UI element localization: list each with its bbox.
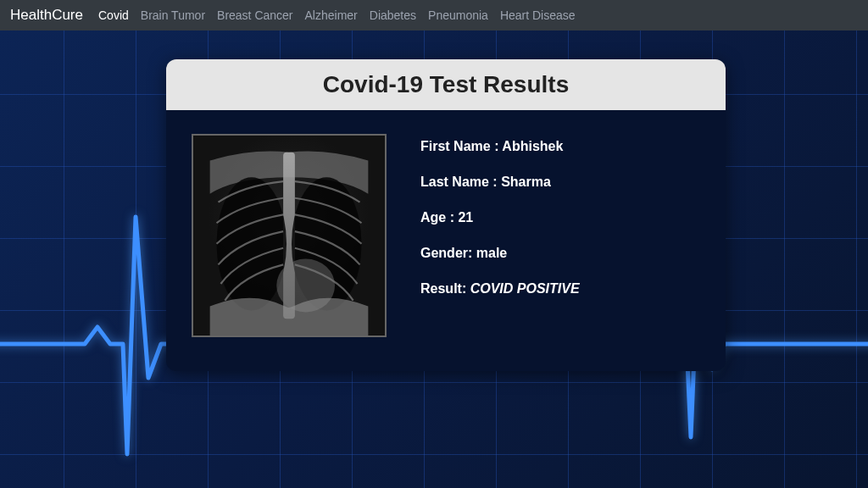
patient-info: First Name : Abhishek Last Name : Sharma…	[420, 134, 700, 337]
nav-link-breast-cancer[interactable]: Breast Cancer	[217, 8, 292, 22]
nav-link-diabetes[interactable]: Diabetes	[370, 8, 416, 22]
gender-label: Gender:	[420, 246, 476, 260]
last-name-value: Sharma	[501, 175, 551, 189]
card-header: Covid-19 Test Results	[166, 59, 726, 110]
nav-link-covid[interactable]: Covid	[98, 8, 129, 22]
age-label: Age :	[420, 210, 458, 225]
nav-link-alzheimer[interactable]: Alzheimer	[305, 8, 358, 22]
nav-links: Covid Brain Tumor Breast Cancer Alzheime…	[98, 8, 576, 22]
nav-link-heart-disease[interactable]: Heart Disease	[500, 8, 576, 22]
result-label: Result:	[420, 281, 470, 296]
nav-link-pneumonia[interactable]: Pneumonia	[428, 8, 488, 22]
last-name-label: Last Name :	[420, 175, 501, 189]
age-row: Age : 21	[420, 210, 700, 225]
gender-value: male	[476, 246, 507, 260]
first-name-row: First Name : Abhishek	[420, 139, 700, 154]
age-value: 21	[458, 210, 473, 225]
results-card: Covid-19 Test Results	[166, 59, 726, 371]
first-name-label: First Name :	[420, 139, 502, 153]
last-name-row: Last Name : Sharma	[420, 175, 700, 190]
card-title: Covid-19 Test Results	[166, 71, 726, 98]
card-body: First Name : Abhishek Last Name : Sharma…	[166, 110, 726, 371]
first-name-value: Abhishek	[502, 139, 563, 153]
brand[interactable]: HealthCure	[10, 7, 83, 24]
nav-link-brain-tumor[interactable]: Brain Tumor	[141, 8, 205, 22]
navbar: HealthCure Covid Brain Tumor Breast Canc…	[0, 0, 868, 30]
chest-xray-icon	[193, 136, 385, 336]
gender-row: Gender: male	[420, 246, 700, 261]
result-row: Result: COVID POSITIVE	[420, 281, 700, 297]
xray-image	[192, 134, 387, 337]
result-value: COVID POSITIVE	[470, 281, 580, 296]
